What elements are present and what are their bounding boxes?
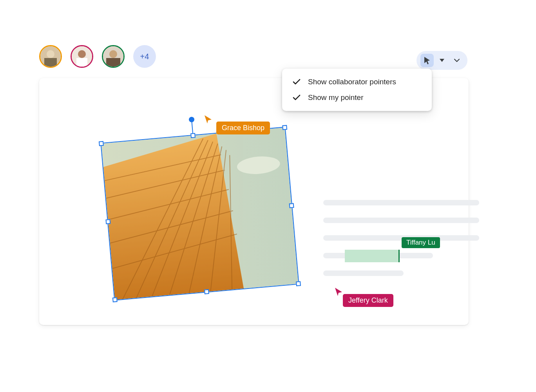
pointer-dropdown-button[interactable] <box>435 54 449 67</box>
avatar-overflow-button[interactable]: +4 <box>133 45 156 68</box>
collaborator-label: Tiffany Lu <box>402 237 440 248</box>
text-line <box>323 218 479 223</box>
cursor-icon <box>334 287 343 296</box>
menu-item-label: Show collaborator pointers <box>308 78 396 86</box>
check-icon <box>292 94 301 101</box>
dropdown-icon <box>440 59 444 62</box>
paragraph-placeholder: Tiffany Lu <box>323 200 479 288</box>
cursor-icon <box>424 56 431 64</box>
chevron-down-icon <box>454 59 460 62</box>
text-line <box>323 235 479 241</box>
text-line <box>323 270 404 276</box>
collaborator-cursor-grace: Grace Bishop <box>204 114 212 124</box>
text-line <box>323 200 479 205</box>
pointer-tool-button[interactable] <box>420 54 434 67</box>
svg-rect-2 <box>44 58 57 67</box>
toolbar-chevron-button[interactable] <box>450 54 464 67</box>
menu-item-show-collaborator-pointers[interactable]: Show collaborator pointers <box>282 74 432 90</box>
avatar[interactable] <box>102 45 125 68</box>
svg-point-1 <box>47 50 54 58</box>
collaborator-cursor-jeffery: Jeffery Clark <box>334 287 343 296</box>
avatar[interactable] <box>71 45 93 68</box>
collaborator-selection-tiffany <box>345 250 400 262</box>
svg-rect-8 <box>106 58 120 67</box>
pointer-options-menu: Show collaborator pointers Show my point… <box>282 69 432 111</box>
menu-item-show-my-pointer[interactable]: Show my pointer <box>282 90 432 105</box>
menu-item-label: Show my pointer <box>308 93 364 102</box>
svg-point-4 <box>78 50 86 58</box>
selected-image[interactable] <box>101 127 298 299</box>
collaborator-label: Jeffery Clark <box>343 294 393 307</box>
collaborator-avatars: +4 <box>39 45 156 68</box>
collaborator-label: Grace Bishop <box>216 122 270 134</box>
svg-point-7 <box>109 50 117 58</box>
avatar-more-label: +4 <box>140 52 149 61</box>
pointer-toolbar <box>416 51 467 70</box>
cursor-icon <box>204 114 212 124</box>
check-icon <box>292 79 301 85</box>
svg-rect-5 <box>76 58 87 67</box>
avatar[interactable] <box>39 45 62 68</box>
